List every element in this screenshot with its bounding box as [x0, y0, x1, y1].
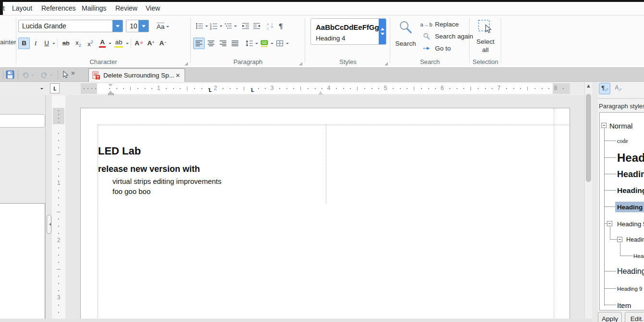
borders-dropdown-icon[interactable] [286, 43, 289, 46]
style-tree-item-heading-3[interactable]: Heading 3 [617, 186, 644, 195]
menu-item-mailings[interactable]: Mailings [82, 2, 106, 15]
menu-item-layout[interactable]: Layout [12, 2, 32, 15]
multilevel-list-button[interactable] [223, 20, 234, 32]
increase-indent-button[interactable] [240, 20, 251, 32]
superscript-button[interactable]: x2 [85, 38, 96, 49]
vertical-scrollbar[interactable]: ▲ [584, 82, 592, 322]
undo-dropdown[interactable] [31, 75, 34, 77]
strikethrough-button[interactable]: ab [60, 38, 72, 49]
styles-dialog-launcher[interactable] [384, 62, 388, 65]
tab-stop-selector[interactable]: L [50, 83, 60, 93]
style-tree-item-heading-4[interactable]: Heading 4 [617, 204, 644, 211]
search-menu-item-replace[interactable]: a→bReplace [421, 18, 473, 30]
search-button[interactable]: Search [394, 18, 418, 56]
shading-dropdown-icon[interactable] [271, 43, 273, 46]
panel-search-input[interactable] [0, 114, 45, 128]
bold-button[interactable]: B [18, 38, 30, 49]
tree-expander[interactable] [607, 221, 612, 226]
object-mode-button[interactable] [62, 71, 69, 80]
redo-dropdown[interactable] [50, 75, 53, 77]
multilevel-list-dropdown-icon[interactable] [234, 26, 237, 28]
document-tab[interactable]: T Delete Surrounding Sp... ✕ [88, 68, 185, 82]
style-tree-item-heading-5[interactable]: Heading 5 [617, 220, 644, 228]
font-name-value[interactable]: Lucida Grande [19, 20, 112, 32]
menu-item-references[interactable]: References [41, 2, 76, 15]
scroll-up-icon[interactable] [381, 26, 384, 30]
document-line[interactable]: foo goo boo [112, 186, 222, 196]
underline-button[interactable]: U [41, 38, 52, 49]
redo-button[interactable] [40, 71, 48, 80]
decrease-indent-button[interactable] [251, 20, 262, 32]
document-heading-1[interactable]: LED Lab [98, 145, 141, 157]
tree-expander[interactable] [601, 123, 607, 128]
numbered-list-dropdown-icon[interactable] [220, 26, 223, 28]
paragraph-styles-toggle[interactable]: ¶ [599, 83, 610, 94]
font-name-dropdown[interactable] [112, 20, 123, 32]
close-icon[interactable]: ✕ [175, 72, 180, 79]
borders-button[interactable] [274, 38, 285, 49]
change-case-button[interactable]: Aa [153, 21, 173, 32]
bullet-list-button[interactable] [194, 20, 205, 32]
styles-scroll-strip[interactable] [379, 19, 386, 44]
search-menu-item-go-to[interactable]: Go to [421, 42, 473, 54]
document-body[interactable]: virtual strips editing improvements foo … [112, 176, 222, 196]
document-heading-2[interactable]: release new version with [98, 164, 200, 174]
horizontal-ruler[interactable]: L L 12345678 [81, 83, 570, 94]
document-page[interactable]: LED Lab release new version with virtual… [80, 108, 570, 322]
subscript-button[interactable]: x2 [73, 38, 84, 49]
shading-button[interactable] [259, 38, 270, 49]
italic-button[interactable]: I [30, 38, 41, 49]
font-size-value[interactable]: 10 [126, 20, 138, 32]
scroll-down-icon[interactable] [381, 33, 384, 37]
vertical-ruler[interactable]: 123 [52, 95, 65, 322]
numbered-list-button[interactable]: 123 [209, 20, 219, 32]
highlight-button[interactable]: ab [112, 38, 125, 49]
style-tree-item-heading-1[interactable]: Heading 1 [617, 151, 644, 165]
font-size-combo[interactable]: 10 [126, 20, 149, 32]
align-center-button[interactable] [205, 38, 217, 49]
shrink-font-button[interactable]: A− [157, 38, 169, 49]
right-indent-marker[interactable] [318, 89, 323, 95]
tree-expander[interactable] [617, 237, 622, 242]
menu-item-review[interactable]: Review [115, 2, 137, 15]
style-tree-item-normal[interactable]: Normal [609, 122, 632, 130]
font-color-button[interactable]: A [97, 38, 108, 49]
toolbar-overflow-button[interactable]: » [71, 69, 75, 77]
paragraph-dialog-launcher[interactable] [299, 62, 302, 65]
select-all-button[interactable]: Select all [473, 18, 498, 56]
style-tree-item-item[interactable]: Item [617, 301, 631, 309]
grow-font-button[interactable]: A+ [145, 38, 157, 49]
search-menu-item-search-again[interactable]: Search again [421, 30, 473, 42]
align-left-button[interactable] [193, 38, 205, 49]
ruler-options-dropdown[interactable] [40, 88, 43, 91]
font-size-dropdown[interactable] [138, 20, 149, 32]
edit-button[interactable]: Edit... [625, 312, 644, 322]
bullet-list-dropdown-icon[interactable] [205, 26, 208, 28]
save-button[interactable] [6, 70, 14, 81]
justify-button[interactable] [229, 38, 241, 49]
undo-button[interactable] [22, 71, 29, 80]
align-right-button[interactable] [217, 38, 229, 49]
line-spacing-dropdown-icon[interactable] [255, 43, 258, 46]
styles-tree[interactable]: NormalcodeHeading 1Heading 2Heading 3Hea… [599, 112, 644, 310]
menu-item-view[interactable]: View [146, 2, 160, 15]
styles-gallery[interactable]: AaBbCcDdEeFfGg Heading 4 [310, 18, 386, 45]
left-panel-collapse-handle[interactable] [47, 215, 51, 234]
font-color-dropdown-icon[interactable] [109, 43, 111, 46]
document-line[interactable]: virtual strips editing improvements [112, 176, 222, 186]
scrollbar-thumb[interactable] [586, 94, 591, 182]
character-dialog-launcher[interactable] [185, 62, 188, 65]
formatting-marks-button[interactable]: ¶ [276, 20, 285, 32]
apply-button[interactable]: Apply [598, 312, 622, 322]
underline-dropdown-icon[interactable] [52, 43, 55, 46]
format-painter-label-partial[interactable]: ainter [0, 39, 16, 46]
style-tree-item-code[interactable]: code [617, 138, 628, 145]
character-styles-toggle[interactable]: A [612, 83, 624, 94]
style-tree-item-heading-7[interactable]: Heading 7 [633, 253, 644, 259]
style-tree-item-heading-6[interactable]: Heading 6 [626, 236, 644, 243]
style-tree-item-heading-2[interactable]: Heading 2 [617, 169, 644, 180]
style-tree-item-heading-9[interactable]: Heading 9 [617, 286, 642, 292]
highlight-dropdown-icon[interactable] [126, 43, 129, 46]
sort-button[interactable]: AZ [265, 20, 276, 32]
menu-item-t[interactable]: t [3, 2, 5, 15]
